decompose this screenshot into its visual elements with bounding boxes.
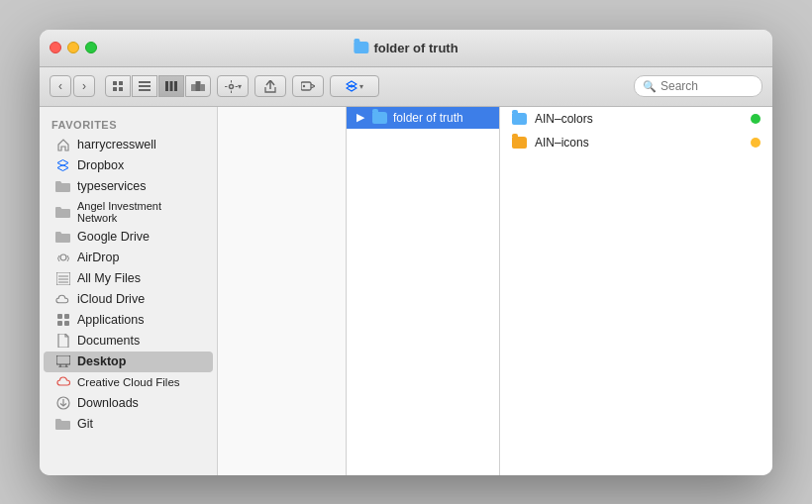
- share-button[interactable]: [254, 75, 286, 97]
- dropbox-sidebar-icon: [55, 158, 70, 173]
- svg-rect-30: [64, 314, 69, 319]
- toolbar: ‹ ›: [40, 67, 772, 107]
- svg-point-19: [303, 85, 305, 87]
- svg-rect-6: [139, 89, 151, 91]
- file-label-ain-colors: AIN–colors: [535, 112, 743, 126]
- gear-icon: [225, 80, 238, 93]
- sidebar-item-googledrive[interactable]: Google Drive: [44, 227, 213, 248]
- status-dot-orange-ain-icons: [751, 138, 761, 148]
- search-box[interactable]: 🔍: [634, 75, 762, 97]
- svg-rect-3: [119, 87, 123, 91]
- svg-rect-11: [196, 81, 201, 91]
- sidebar-label-applications: Applications: [77, 313, 144, 327]
- airdrop-icon: [55, 251, 70, 265]
- share-icon: [264, 80, 276, 93]
- column-3: AIN–colors AIN–icons: [500, 107, 772, 475]
- view-buttons: [105, 75, 211, 97]
- titlebar: folder of truth: [40, 30, 772, 67]
- downloads-icon: [55, 396, 70, 411]
- svg-rect-0: [113, 81, 117, 85]
- close-button[interactable]: [50, 42, 61, 53]
- finder-window: folder of truth ‹ ›: [40, 30, 772, 475]
- svg-rect-5: [139, 85, 151, 87]
- creativecloud-icon: [55, 375, 70, 390]
- folder-icon-ain-icons: [512, 137, 527, 149]
- tags-button[interactable]: [292, 75, 324, 97]
- sidebar-item-git[interactable]: Git: [44, 414, 213, 435]
- icon-view-icon: [112, 80, 124, 92]
- svg-rect-16: [225, 86, 228, 87]
- sidebar-label-downloads: Downloads: [77, 396, 139, 410]
- back-button[interactable]: ‹: [50, 75, 71, 97]
- sidebar-label-desktop: Desktop: [77, 354, 126, 368]
- folder-googledrive-icon: [55, 230, 70, 245]
- sidebar-label-icloud: iCloud Drive: [77, 292, 145, 306]
- view-cover-button[interactable]: [185, 75, 211, 97]
- svg-rect-29: [57, 314, 62, 319]
- svg-rect-7: [165, 81, 168, 91]
- sidebar-item-downloads[interactable]: Downloads: [44, 393, 213, 414]
- svg-marker-20: [347, 81, 356, 87]
- sidebar-item-angel[interactable]: Angel Investment Network: [44, 197, 213, 227]
- sidebar-item-documents[interactable]: Documents: [44, 331, 213, 352]
- sidebar-label-angel: Angel Investment Network: [77, 200, 201, 224]
- file-item-ain-icons[interactable]: AIN–icons: [500, 131, 772, 154]
- sidebar-item-icloud[interactable]: iCloud Drive: [44, 289, 213, 310]
- svg-rect-31: [57, 321, 62, 326]
- sidebar-item-desktop[interactable]: Desktop: [44, 352, 213, 372]
- svg-rect-32: [64, 321, 69, 326]
- view-column-button[interactable]: [158, 75, 184, 97]
- dropbox-button[interactable]: ▾: [330, 75, 379, 97]
- dropbox-icon: [346, 80, 357, 92]
- maximize-button[interactable]: [85, 42, 97, 53]
- window-title: folder of truth: [373, 41, 457, 55]
- svg-rect-14: [231, 80, 232, 83]
- folder-icon-ain-colors: [512, 113, 527, 125]
- sidebar-item-allmyfiles[interactable]: All My Files: [44, 268, 213, 289]
- tag-icon: [301, 80, 315, 92]
- desktop-icon: [55, 354, 70, 369]
- sidebar-label-documents: Documents: [77, 334, 140, 348]
- sidebar: Favorites harrycresswell Dropbox: [40, 107, 218, 475]
- sidebar-label-airdrop: AirDrop: [77, 251, 119, 264]
- sidebar-label-googledrive: Google Drive: [77, 230, 150, 244]
- actions-button[interactable]: ▾: [217, 75, 249, 97]
- sidebar-item-applications[interactable]: Applications: [44, 310, 213, 331]
- sidebar-item-dropbox[interactable]: Dropbox: [44, 155, 213, 176]
- list-view-icon: [139, 81, 151, 91]
- svg-rect-8: [170, 81, 173, 91]
- sidebar-label-allmyfiles: All My Files: [77, 271, 141, 285]
- column-2: ▶ folder of truth: [347, 107, 500, 475]
- documents-icon: [55, 334, 70, 349]
- title-folder-icon: [354, 42, 368, 53]
- sidebar-item-typeservices[interactable]: typeservices: [44, 176, 213, 197]
- view-icon-button[interactable]: [105, 75, 131, 97]
- window-title-group: folder of truth: [354, 41, 457, 55]
- svg-rect-10: [191, 84, 196, 91]
- svg-point-13: [229, 84, 233, 88]
- forward-button[interactable]: ›: [73, 75, 95, 97]
- column-item-folder-of-truth[interactable]: ▶ folder of truth: [347, 107, 499, 129]
- content-area: Favorites harrycresswell Dropbox: [40, 107, 772, 475]
- svg-rect-12: [200, 84, 205, 91]
- minimize-button[interactable]: [67, 42, 79, 53]
- svg-marker-21: [347, 85, 356, 91]
- sidebar-item-airdrop[interactable]: AirDrop: [44, 248, 213, 268]
- status-dot-green-ain-colors: [751, 114, 761, 124]
- gear-dropdown-arrow: ▾: [238, 82, 242, 91]
- home-icon: [55, 138, 70, 152]
- sidebar-label-typeservices: typeservices: [77, 179, 146, 193]
- folder-angel-icon: [55, 204, 70, 219]
- svg-rect-9: [174, 81, 177, 91]
- sidebar-label-harrycresswell: harrycresswell: [77, 138, 156, 151]
- file-item-ain-colors[interactable]: AIN–colors: [500, 107, 772, 131]
- cover-flow-icon: [191, 81, 205, 91]
- folder-icon-col2: [372, 112, 387, 124]
- search-input[interactable]: [660, 79, 754, 93]
- icloud-icon: [55, 292, 70, 307]
- sidebar-item-harrycresswell[interactable]: harrycresswell: [44, 135, 213, 155]
- sidebar-item-creativecloud[interactable]: Creative Cloud Files: [44, 372, 213, 393]
- view-list-button[interactable]: [132, 75, 157, 97]
- col2-label-folder-of-truth: folder of truth: [393, 111, 489, 125]
- folder-git-icon: [55, 417, 70, 432]
